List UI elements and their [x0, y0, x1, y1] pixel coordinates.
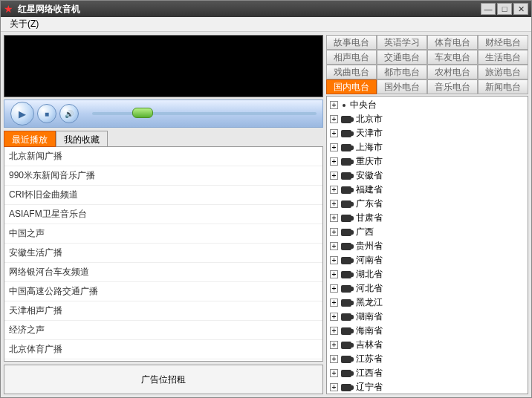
tree-node[interactable]: +湖南省 [327, 310, 528, 324]
category-button[interactable]: 农村电台 [427, 65, 478, 79]
left-pane: ▶ ■ 🔊 最近播放 我的收藏 北京新闻广播990米东新闻音乐广播CRI怀旧金曲… [4, 35, 323, 394]
category-button[interactable]: 财经电台 [478, 35, 528, 50]
radio-icon [341, 130, 351, 137]
radio-icon [341, 229, 351, 236]
radio-icon [341, 342, 351, 349]
tree-label: 天津市 [356, 127, 383, 140]
menu-about[interactable]: 关于(Z) [5, 16, 43, 32]
tree-label: 中央台 [350, 99, 377, 111]
category-button[interactable]: 新闻电台 [478, 79, 528, 94]
expand-icon[interactable]: + [330, 369, 338, 377]
tree-node[interactable]: +江西省 [327, 366, 528, 380]
list-item[interactable]: ASIAFM卫星音乐台 [4, 205, 322, 224]
minimize-button[interactable]: — [481, 3, 496, 15]
tree-node[interactable]: +河南省 [327, 253, 528, 267]
tree-node[interactable]: +甘肃省 [327, 211, 528, 225]
tree-node[interactable]: +天津市 [327, 126, 528, 140]
tree-node[interactable]: +河北省 [327, 281, 528, 296]
list-item[interactable]: 天津相声广播 [4, 301, 322, 321]
category-button[interactable]: 交通电台 [377, 50, 427, 65]
category-button[interactable]: 国内电台 [326, 79, 377, 94]
tree-node[interactable]: +吉林省 [327, 338, 528, 352]
list-item[interactable]: 北京体育广播 [4, 340, 322, 359]
tree-node[interactable]: +广东省 [327, 197, 528, 211]
expand-icon[interactable]: + [330, 298, 338, 307]
expand-icon[interactable]: + [330, 327, 338, 335]
list-item[interactable]: 经济之声 [4, 321, 322, 340]
window-title: 红星网络收音机 [18, 3, 479, 16]
category-button[interactable]: 相声电台 [326, 50, 377, 65]
list-item[interactable]: 990米东新闻音乐广播 [4, 166, 322, 186]
expand-icon[interactable]: + [330, 242, 338, 250]
category-button[interactable]: 旅游电台 [478, 65, 528, 79]
expand-icon[interactable]: + [330, 186, 338, 194]
list-item[interactable]: 中国高速公路交通广播 [4, 282, 322, 301]
tree-node[interactable]: +安徽省 [327, 169, 528, 183]
tree-label: 河北省 [356, 282, 383, 295]
maximize-button[interactable]: □ [497, 3, 512, 15]
tree-node[interactable]: +湖北省 [327, 267, 528, 281]
category-button[interactable]: 戏曲电台 [326, 65, 377, 79]
radio-icon [341, 144, 351, 151]
stop-button[interactable]: ■ [37, 104, 56, 123]
expand-icon[interactable]: + [330, 284, 338, 293]
recent-list[interactable]: 北京新闻广播990米东新闻音乐广播CRI怀旧金曲频道ASIAFM卫星音乐台中国之… [4, 147, 323, 362]
station-tree[interactable]: +中央台+北京市+天津市+上海市+重庆市+安徽省+福建省+广东省+甘肃省+广西+… [326, 96, 528, 394]
tree-node[interactable]: +贵州省 [327, 239, 528, 253]
tree-node[interactable]: +广西 [327, 225, 528, 239]
expand-icon[interactable]: + [330, 270, 338, 278]
category-button[interactable]: 英语学习 [377, 35, 427, 50]
volume-button[interactable]: 🔊 [59, 104, 79, 123]
expand-icon[interactable]: + [330, 115, 338, 123]
tab-recent[interactable]: 最近播放 [4, 131, 56, 147]
expand-icon[interactable]: + [330, 129, 338, 137]
tree-node[interactable]: +上海市 [327, 140, 528, 154]
category-button[interactable]: 音乐电台 [427, 79, 478, 94]
tree-node[interactable]: +北京市 [327, 112, 528, 126]
close-button[interactable]: ✕ [513, 3, 528, 15]
expand-icon[interactable]: + [330, 256, 338, 264]
tree-label: 福建省 [356, 183, 383, 196]
category-button[interactable]: 故事电台 [326, 35, 377, 50]
list-item[interactable]: 安徽生活广播 [4, 244, 322, 263]
radio-icon [341, 257, 351, 264]
expand-icon[interactable]: + [330, 341, 338, 349]
category-button[interactable]: 生活电台 [478, 50, 528, 65]
bullet-icon [343, 104, 346, 107]
slider-thumb-icon[interactable] [132, 108, 153, 118]
expand-icon[interactable]: + [330, 101, 338, 109]
tree-label: 海南省 [356, 324, 383, 337]
expand-icon[interactable]: + [330, 313, 338, 321]
expand-icon[interactable]: + [330, 157, 338, 166]
tree-node[interactable]: +中央台 [327, 98, 528, 112]
tree-label: 上海市 [356, 141, 383, 154]
expand-icon[interactable]: + [330, 214, 338, 222]
radio-icon [341, 215, 351, 222]
list-item[interactable]: 北京新闻广播 [4, 147, 322, 166]
tree-node[interactable]: +辽宁省 [327, 380, 528, 394]
category-button[interactable]: 国外电台 [377, 79, 427, 94]
expand-icon[interactable]: + [330, 355, 338, 363]
category-button[interactable]: 都市电台 [377, 65, 427, 79]
list-item[interactable]: CRI巅峰体坛网络电台 [4, 359, 322, 362]
expand-icon[interactable]: + [330, 172, 338, 180]
tree-label: 广西 [356, 226, 374, 238]
list-item[interactable]: 中国之声 [4, 224, 322, 244]
tree-node[interactable]: +福建省 [327, 183, 528, 197]
expand-icon[interactable]: + [330, 143, 338, 151]
list-item[interactable]: 网络银河台车友频道 [4, 263, 322, 282]
tree-node[interactable]: +海南省 [327, 324, 528, 338]
volume-slider[interactable] [92, 112, 317, 115]
expand-icon[interactable]: + [330, 228, 338, 236]
list-item[interactable]: CRI怀旧金曲频道 [4, 186, 322, 205]
expand-icon[interactable]: + [330, 383, 338, 391]
expand-icon[interactable]: + [330, 200, 338, 208]
category-button[interactable]: 车友电台 [427, 50, 478, 65]
tree-node[interactable]: +重庆市 [327, 154, 528, 169]
tree-node[interactable]: +江苏省 [327, 352, 528, 366]
category-button[interactable]: 体育电台 [427, 35, 478, 50]
ad-banner[interactable]: 广告位招租 [4, 365, 323, 394]
tab-favorites[interactable]: 我的收藏 [56, 131, 108, 147]
play-button[interactable]: ▶ [10, 102, 34, 125]
tree-node[interactable]: +黑龙江 [327, 296, 528, 310]
